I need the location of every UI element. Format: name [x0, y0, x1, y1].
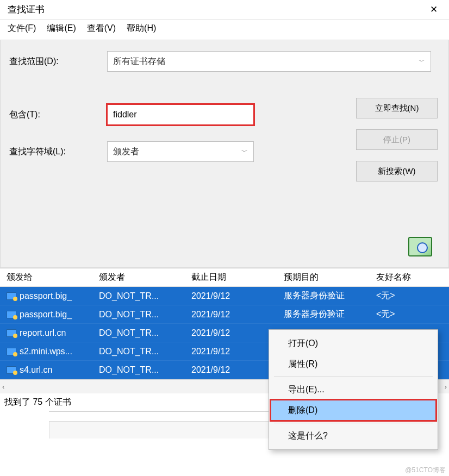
certificate-row-icon — [7, 311, 16, 318]
scroll-left-icon[interactable]: ‹ — [2, 383, 4, 391]
chevron-down-icon: ﹀ — [241, 147, 248, 156]
table-row[interactable]: passport.big_ DO_NOT_TR... 2021/9/12 服务器… — [0, 287, 449, 305]
title-bar: 查找证书 ✕ — [0, 0, 449, 20]
field-value: 颁发者 — [113, 146, 139, 158]
certificate-row-icon — [7, 366, 16, 374]
context-menu: 打开(O) 属性(R) 导出(E)... 删除(D) 这是什么? — [269, 329, 438, 450]
field-select[interactable]: 颁发者 ﹀ — [107, 141, 254, 162]
certificate-row-icon — [7, 292, 16, 300]
watermark: @51CTO博客 — [405, 466, 446, 475]
scroll-right-icon[interactable]: › — [445, 383, 447, 391]
find-now-button[interactable]: 立即查找(N) — [356, 98, 438, 118]
menu-file[interactable]: 文件(F) — [8, 23, 36, 34]
chevron-down-icon: ﹀ — [419, 57, 425, 66]
stop-button: 停止(P) — [356, 129, 438, 150]
context-open[interactable]: 打开(O) — [271, 333, 436, 354]
context-export[interactable]: 导出(E)... — [271, 379, 436, 400]
column-issued-by[interactable]: 颁发者 — [92, 272, 185, 283]
action-button-group: 立即查找(N) 停止(P) 新搜索(W) — [356, 98, 438, 181]
search-form: 查找范围(D): 所有证书存储 ﹀ 包含(T): fiddler 查找字符域(L… — [0, 40, 449, 268]
column-expires[interactable]: 截止日期 — [185, 272, 277, 283]
menu-bar: 文件(F) 编辑(E) 查看(V) 帮助(H) — [0, 20, 449, 40]
column-friendly-name[interactable]: 友好名称 — [370, 272, 440, 283]
column-purpose[interactable]: 预期目的 — [277, 272, 370, 283]
certificate-row-icon — [7, 329, 16, 337]
column-issued-to[interactable]: 颁发给 — [0, 272, 92, 283]
window-title: 查找证书 — [8, 3, 45, 16]
contains-input[interactable]: fiddler — [107, 104, 254, 125]
menu-help[interactable]: 帮助(H) — [127, 23, 156, 34]
certificate-row-icon — [7, 348, 16, 355]
contains-value: fiddler — [113, 110, 137, 120]
scope-select[interactable]: 所有证书存储 ﹀ — [107, 51, 431, 72]
context-whats-this[interactable]: 这是什么? — [271, 425, 436, 446]
scope-value: 所有证书存储 — [113, 56, 165, 67]
menu-separator — [274, 377, 433, 377]
context-delete[interactable]: 删除(D) — [271, 400, 436, 421]
menu-separator — [274, 423, 433, 423]
menu-edit[interactable]: 编辑(E) — [47, 23, 76, 34]
certificate-icon — [408, 237, 432, 256]
new-search-button[interactable]: 新搜索(W) — [356, 161, 438, 181]
contains-label: 包含(T): — [9, 109, 107, 121]
context-properties[interactable]: 属性(R) — [271, 354, 436, 374]
field-label: 查找字符域(L): — [9, 146, 107, 158]
scope-label: 查找范围(D): — [9, 56, 107, 67]
table-row[interactable]: passport.big_ DO_NOT_TR... 2021/9/12 服务器… — [0, 305, 449, 324]
menu-view[interactable]: 查看(V) — [87, 23, 116, 34]
close-icon[interactable]: ✕ — [423, 2, 445, 18]
results-header: 颁发给 颁发者 截止日期 预期目的 友好名称 — [0, 268, 449, 287]
